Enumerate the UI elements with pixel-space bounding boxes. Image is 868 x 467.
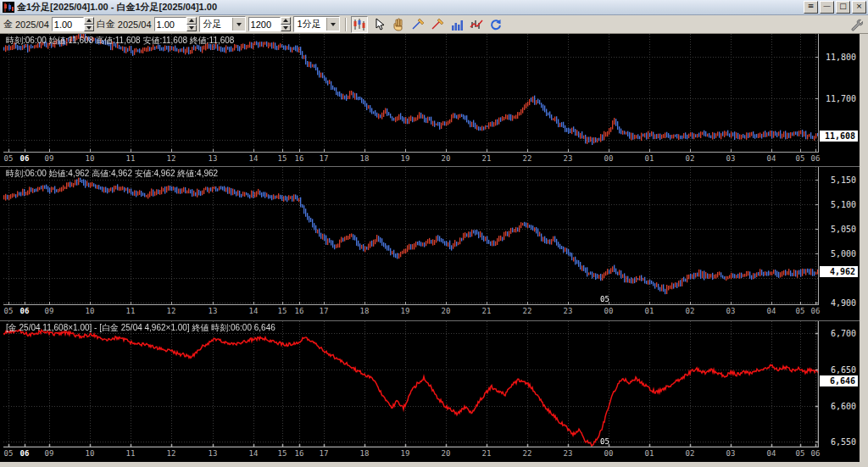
bar-type-select[interactable]: 分足 [199, 16, 246, 32]
chevron-down-icon[interactable] [326, 18, 339, 31]
indicator-chart-icon [470, 18, 483, 31]
time-axis-label: 10 [83, 154, 97, 163]
platinum-candles-canvas[interactable] [3, 167, 819, 305]
interval-select[interactable]: 1分足 [293, 16, 340, 32]
time-axis-label: 19 [398, 154, 412, 163]
time-axis-label: 11 [124, 154, 137, 163]
price-axis-label: 5,100 [831, 200, 856, 209]
time-axis-label: 11 [124, 307, 137, 315]
gold-plot[interactable]: 時刻:06:00 始値:11,608 高値:11,608 安値:11,608 終… [3, 34, 819, 153]
time-axis-label: 20 [439, 154, 453, 163]
bar-type-value: 分足 [200, 18, 232, 31]
price-axis-label: 6,600 [831, 402, 856, 411]
time-axis-label: 15 [275, 307, 289, 315]
hand-icon [392, 18, 405, 31]
window-title: 金1分足[2025/04]1.00 - 白金1分足[2025/04]1.00 [17, 1, 802, 14]
time-axis-label: 15 [275, 154, 289, 163]
time-axis-label: 03 [724, 449, 737, 458]
platinum-plot[interactable]: 時刻:06:00 始値:4,962 高値:4,962 安値:4,962 終値:4… [3, 167, 819, 305]
price-axis-label: 5,050 [831, 225, 856, 234]
bar-count-input[interactable] [248, 17, 281, 31]
time-axis-label: 05 [793, 154, 807, 163]
price-axis-label: 6,700 [831, 329, 856, 338]
time-axis-label: 20 [439, 449, 453, 458]
time-axis-label: 04 [765, 449, 778, 458]
time-axis-label: 09 [42, 154, 56, 163]
platinum-multiplier-input[interactable] [154, 17, 186, 31]
platinum-multiplier-stepper[interactable] [154, 17, 197, 31]
time-axis-label: 21 [480, 154, 493, 163]
candlestick-chart-icon [353, 18, 366, 31]
hand-button[interactable] [390, 16, 407, 33]
spin-down-icon[interactable] [84, 25, 94, 32]
trendline-red-icon [431, 18, 444, 31]
time-axis-label: 06 [18, 307, 31, 315]
volume-bars-button[interactable] [448, 16, 465, 33]
gold-time-axis: 0506091011121314151617181920212223000102… [3, 153, 819, 164]
refresh-button[interactable] [487, 16, 504, 33]
time-axis-label: 06 [18, 449, 31, 458]
time-axis-label: 00 [602, 154, 615, 163]
gold-price-axis: 11,80011,70011,608 [819, 34, 860, 166]
time-axis-label: 01 [643, 449, 656, 458]
time-axis-label: 15 [275, 449, 289, 458]
time-axis-label: 06 [18, 154, 31, 163]
gold-multiplier-input[interactable] [52, 17, 84, 31]
close-button[interactable]: × [852, 1, 866, 14]
trendline-blue-button[interactable] [409, 16, 426, 33]
cursor-button[interactable] [370, 16, 387, 33]
gold-contract-label: 2025/04 [15, 19, 49, 30]
chevron-down-icon[interactable] [232, 18, 245, 31]
gold-candles-canvas[interactable] [3, 34, 819, 153]
time-axis-label: 10 [83, 449, 97, 458]
chart-area: 時刻:06:00 始値:11,608 高値:11,608 安値:11,608 終… [0, 34, 860, 462]
time-axis-label: 16 [292, 449, 306, 458]
time-axis-label: 09 [42, 307, 56, 315]
titlebar[interactable]: 金1分足[2025/04]1.00 - 白金1分足[2025/04]1.00 ≡… [0, 0, 868, 15]
current-price-box: 6,646 [820, 375, 858, 386]
app-chart-icon [3, 2, 14, 13]
time-axis-label: 23 [561, 154, 575, 163]
time-axis-label: 14 [247, 307, 260, 315]
time-axis-label: 13 [206, 154, 220, 163]
volume-bars-icon [450, 18, 464, 31]
date-marker: 05 [600, 295, 609, 303]
spin-up-icon[interactable] [281, 17, 291, 25]
gold-multiplier-stepper[interactable] [52, 17, 94, 31]
time-axis-label: 02 [683, 307, 697, 315]
time-axis-label: 04 [765, 154, 778, 163]
trendline-red-button[interactable] [429, 16, 446, 33]
candlestick-chart-button[interactable] [351, 16, 368, 33]
spread-line-canvas[interactable] [3, 321, 819, 448]
time-axis-label: 05 [2, 154, 15, 163]
time-axis-label: 22 [520, 307, 534, 315]
maximize-button[interactable]: □ [836, 1, 850, 14]
gold-label: 金 [3, 18, 13, 31]
current-price-box: 4,962 [820, 266, 858, 277]
time-axis-label: 00 [602, 307, 615, 315]
time-axis-label: 12 [164, 154, 178, 163]
platinum-label: 白金 [97, 18, 115, 31]
spin-down-icon[interactable] [281, 25, 291, 32]
spin-down-icon[interactable] [186, 25, 197, 32]
indicator-chart-button[interactable] [468, 16, 485, 33]
time-axis-label: 20 [439, 307, 453, 315]
platinum-price-axis: 5,1505,1005,0505,0004,9004,962 [819, 167, 860, 320]
date-marker: 05 [600, 437, 609, 446]
minimize-button[interactable]: — [820, 1, 834, 14]
time-axis-label: 05 [2, 307, 15, 315]
time-axis-label: 21 [480, 449, 493, 458]
window-menu-button[interactable]: ≡ [804, 1, 818, 14]
settings-wrench-button[interactable] [848, 16, 865, 33]
spin-up-icon[interactable] [186, 17, 197, 25]
price-axis-label: 5,000 [831, 249, 856, 259]
time-axis-label: 06 [809, 307, 822, 315]
cursor-icon [372, 18, 386, 31]
time-axis-label: 02 [683, 449, 697, 458]
spread-plot[interactable]: [金 25/04 11,608×1.00] - [白金 25/04 4,962×… [3, 321, 819, 448]
bar-count-stepper[interactable] [248, 17, 291, 31]
gold-panel: 時刻:06:00 始値:11,608 高値:11,608 安値:11,608 終… [0, 34, 860, 167]
time-axis-label: 03 [724, 154, 737, 163]
time-axis-label: 16 [292, 154, 306, 163]
spin-up-icon[interactable] [84, 17, 94, 25]
